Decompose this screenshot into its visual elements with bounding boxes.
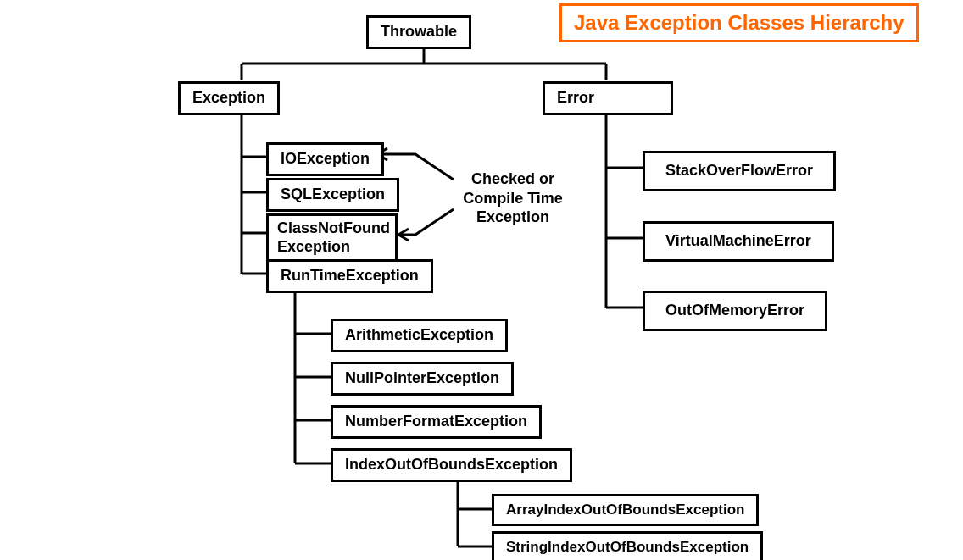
node-ioexception: IOException — [266, 142, 384, 176]
node-exception: Exception — [178, 81, 280, 115]
node-throwable: Throwable — [366, 15, 471, 49]
node-classnotfound: ClassNotFound Exception — [266, 213, 398, 262]
annotation-line1: Checked or — [471, 170, 554, 187]
annotation-checked: Checked or Compile Time Exception — [454, 169, 572, 227]
cnf-line2: Exception — [277, 238, 350, 255]
cnf-line1: ClassNotFound — [277, 219, 390, 236]
node-nullpointer: NullPointerException — [331, 362, 514, 396]
node-stringindex: StringIndexOutOfBoundsException — [492, 531, 763, 560]
diagram-title: Java Exception Classes Hierarchy — [559, 3, 919, 42]
node-error: Error — [543, 81, 673, 115]
svg-line-23 — [398, 229, 409, 235]
node-virtualmachine: VirtualMachineError — [643, 221, 834, 262]
node-indexoutofbounds: IndexOutOfBoundsException — [331, 448, 572, 482]
node-arrayindex: ArrayIndexOutOfBoundsException — [492, 494, 759, 526]
node-arithmetic: ArithmeticException — [331, 319, 508, 352]
svg-line-24 — [398, 235, 409, 241]
annotation-line2: Compile Time — [463, 190, 563, 207]
node-sqlexception: SQLException — [266, 178, 399, 212]
node-outofmemory: OutOfMemoryError — [643, 291, 827, 331]
node-stackoverflow: StackOverFlowError — [643, 151, 836, 191]
node-runtimeexception: RunTimeException — [266, 259, 433, 293]
node-numberformat: NumberFormatException — [331, 405, 542, 439]
annotation-line3: Exception — [476, 208, 549, 225]
